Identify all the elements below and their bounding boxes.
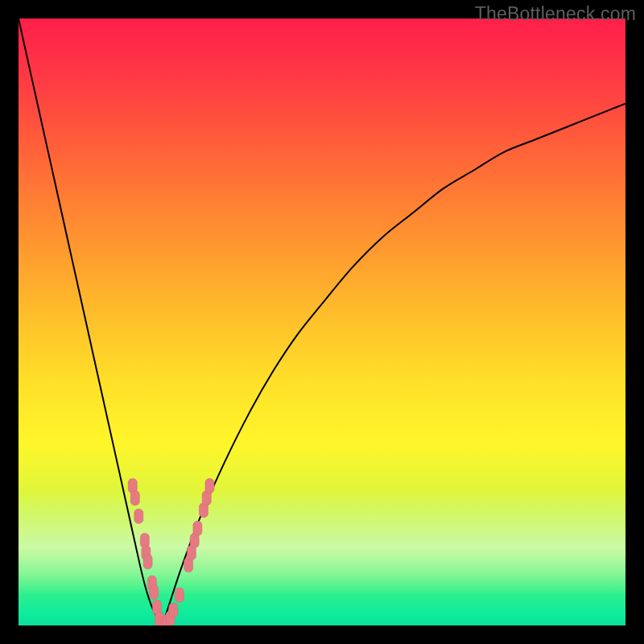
chart-plot-area — [19, 19, 625, 625]
scatter-marker — [150, 585, 159, 600]
scatter-marker — [169, 603, 178, 617]
curve-right-branch — [163, 104, 625, 625]
curve-left-branch — [19, 19, 163, 625]
scatter-marker — [134, 509, 143, 523]
watermark-text: TheBottleneck.com — [475, 3, 636, 25]
scatter-marker — [193, 521, 202, 535]
scatter-marker — [205, 479, 214, 493]
scatter-marker — [175, 588, 184, 602]
scatter-marker — [143, 555, 152, 569]
bottleneck-curve-layer — [19, 19, 625, 625]
scatter-marker — [130, 491, 139, 506]
